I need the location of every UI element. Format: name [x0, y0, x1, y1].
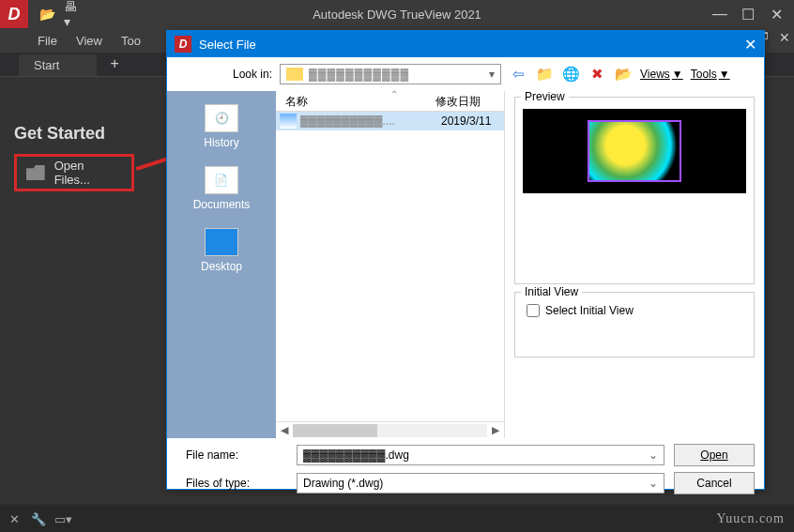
- back-icon[interactable]: ⇦: [509, 65, 527, 84]
- titlebar: D 📂 🖶▾ Autodesk DWG TrueView 2021 — ☐ ✕: [0, 0, 794, 28]
- initial-view-label: Initial View: [521, 285, 582, 298]
- web-icon[interactable]: 🌐: [561, 65, 580, 84]
- filename-value: ▓▓▓▓▓▓▓▓▓▓.dwg: [303, 448, 649, 462]
- open-button[interactable]: Open: [674, 444, 755, 466]
- up-icon[interactable]: 📁: [535, 65, 554, 84]
- select-initial-view-checkbox[interactable]: [527, 304, 540, 317]
- tab-start[interactable]: Start: [19, 54, 97, 76]
- get-started-heading: Get Started: [14, 124, 105, 144]
- maximize-icon[interactable]: ☐: [740, 6, 756, 23]
- folder-icon: [286, 68, 303, 81]
- places-sidebar: 🕘 History 📄 Documents Desktop: [167, 91, 276, 438]
- filename-label: File name:: [176, 448, 287, 462]
- preview-label: Preview: [521, 90, 569, 103]
- dialog-close-icon[interactable]: ✕: [744, 36, 756, 53]
- statusbar-cancel-icon[interactable]: ✕: [6, 510, 23, 527]
- column-date[interactable]: 修改日期: [435, 91, 504, 111]
- dialog-toolbar: Look in: ▓▓▓▓▓▓▓▓▓▓▓ ▾ ⇦ 📁 🌐 ✖ 📂 Views ▼…: [167, 57, 764, 91]
- initial-view-group: Initial View Select Initial View: [514, 292, 755, 357]
- scroll-left-icon[interactable]: ◀: [276, 424, 293, 436]
- filetype-value: Drawing (*.dwg): [303, 477, 649, 490]
- lookin-value: ▓▓▓▓▓▓▓▓▓▓▓: [309, 68, 483, 81]
- sort-indicator-icon: ⌃: [390, 89, 398, 99]
- select-initial-view-text: Select Initial View: [545, 304, 634, 317]
- menu-tools[interactable]: Too: [121, 34, 141, 48]
- delete-icon[interactable]: ✖: [588, 65, 606, 84]
- column-name[interactable]: 名称: [276, 91, 435, 111]
- preview-group: Preview: [514, 97, 755, 284]
- horizontal-scrollbar[interactable]: ◀ ▶: [276, 421, 504, 438]
- sidebar-label: Desktop: [201, 260, 242, 273]
- folder-icon: [26, 165, 45, 180]
- file-list-header[interactable]: ⌃ 名称 修改日期: [276, 91, 504, 112]
- close-icon[interactable]: ✕: [768, 6, 785, 23]
- tab-add[interactable]: +: [100, 52, 128, 76]
- filetype-combo[interactable]: Drawing (*.dwg) ⌄: [297, 473, 664, 494]
- dialog-app-icon: D: [175, 36, 191, 53]
- menu-view[interactable]: View: [76, 34, 102, 48]
- views-menu[interactable]: Views ▼: [640, 68, 683, 81]
- sidebar-label: History: [204, 136, 238, 149]
- menu-file[interactable]: File: [38, 34, 57, 48]
- statusbar: ✕ 🔧 ▭▾: [0, 506, 794, 532]
- select-initial-view-row[interactable]: Select Initial View: [523, 300, 746, 321]
- minimize-icon[interactable]: —: [711, 6, 728, 23]
- sidebar-history[interactable]: 🕘 History: [204, 104, 238, 149]
- preview-thumbnail: [588, 120, 681, 182]
- window-controls: — ☐ ✕: [702, 6, 794, 23]
- app-icon[interactable]: D: [0, 0, 28, 28]
- statusbar-wrench-icon[interactable]: 🔧: [30, 510, 47, 527]
- file-row[interactable]: ▓▓▓▓▓▓▓▓▓▓.... 2019/3/11: [276, 112, 504, 130]
- chevron-down-icon: ▼: [672, 68, 683, 81]
- open-files-button[interactable]: Open Files...: [14, 154, 134, 191]
- quick-access-toolbar: 📂 🖶▾: [28, 5, 92, 23]
- scroll-thumb[interactable]: [293, 424, 377, 437]
- tools-menu[interactable]: Tools ▼: [691, 68, 730, 81]
- sidebar-documents[interactable]: 📄 Documents: [193, 166, 251, 211]
- open-icon[interactable]: 📂: [38, 5, 56, 23]
- scroll-track[interactable]: [293, 424, 487, 437]
- file-name: ▓▓▓▓▓▓▓▓▓▓....: [300, 114, 441, 128]
- sidebar-label: Documents: [193, 198, 251, 211]
- chevron-down-icon: ⌄: [649, 477, 658, 490]
- sidebar-desktop[interactable]: Desktop: [201, 228, 242, 273]
- desktop-icon: [205, 228, 238, 256]
- history-icon: 🕘: [205, 104, 238, 132]
- chevron-down-icon: ▾: [483, 68, 500, 81]
- print-icon[interactable]: 🖶▾: [64, 5, 83, 23]
- preview-image: [523, 109, 746, 193]
- file-list[interactable]: ▓▓▓▓▓▓▓▓▓▓.... 2019/3/11: [276, 112, 504, 421]
- chevron-down-icon: ▼: [719, 68, 730, 81]
- scroll-right-icon[interactable]: ▶: [487, 424, 504, 436]
- cancel-button[interactable]: Cancel: [674, 472, 755, 494]
- lookin-label: Look in:: [233, 68, 272, 81]
- dialog-title: Select File: [199, 38, 744, 52]
- file-date: 2019/3/11: [441, 114, 504, 128]
- select-file-dialog: D Select File ✕ Look in: ▓▓▓▓▓▓▓▓▓▓▓ ▾ ⇦…: [166, 30, 765, 490]
- doc-close-icon[interactable]: ✕: [779, 30, 790, 45]
- documents-icon: 📄: [205, 166, 238, 194]
- newfolder-icon[interactable]: 📂: [614, 65, 633, 84]
- right-pane: Preview Initial View Select Initial View: [505, 91, 764, 438]
- dialog-bottom: File name: ▓▓▓▓▓▓▓▓▓▓.dwg ⌄ Open Files o…: [167, 438, 764, 500]
- filetype-label: Files of type:: [176, 477, 287, 490]
- chevron-down-icon: ⌄: [649, 448, 658, 462]
- dwg-file-icon: [280, 114, 297, 129]
- statusbar-command-icon[interactable]: ▭▾: [54, 510, 71, 527]
- lookin-combo[interactable]: ▓▓▓▓▓▓▓▓▓▓▓ ▾: [280, 64, 501, 84]
- open-files-label: Open Files...: [54, 159, 122, 187]
- dialog-titlebar[interactable]: D Select File ✕: [167, 31, 764, 57]
- filename-combo[interactable]: ▓▓▓▓▓▓▓▓▓▓.dwg ⌄: [297, 445, 664, 465]
- window-title: Autodesk DWG TrueView 2021: [92, 8, 702, 22]
- file-list-area: ⌃ 名称 修改日期 ▓▓▓▓▓▓▓▓▓▓.... 2019/3/11 ◀ ▶: [276, 91, 505, 438]
- dialog-body: 🕘 History 📄 Documents Desktop ⌃ 名称 修改日期: [167, 91, 764, 438]
